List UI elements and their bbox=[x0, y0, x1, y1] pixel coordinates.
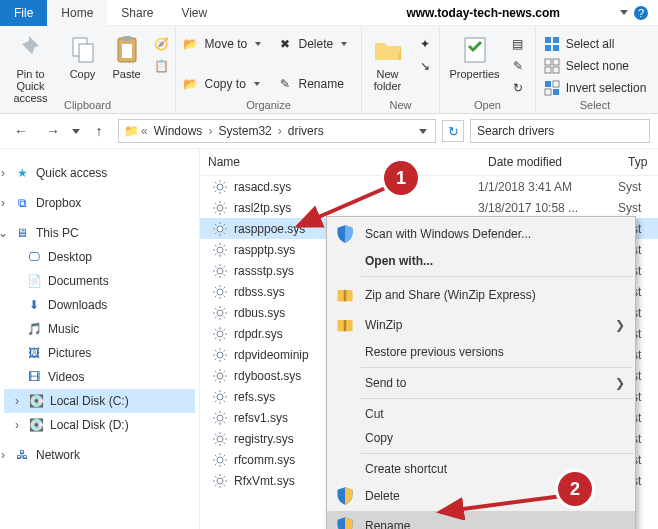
file-date: 1/1/2018 3:41 AM bbox=[478, 180, 618, 194]
svg-rect-7 bbox=[553, 37, 559, 43]
sidebar-item-dropbox[interactable]: ›⧉Dropbox bbox=[4, 191, 195, 215]
submenu-arrow-icon: ❯ bbox=[615, 318, 625, 332]
forward-button[interactable]: → bbox=[40, 118, 66, 144]
sidebar-item-videos[interactable]: 🎞Videos bbox=[4, 365, 195, 389]
history-dropdown-icon[interactable] bbox=[72, 129, 80, 134]
search-input[interactable]: Search drivers bbox=[470, 119, 650, 143]
paste-label: Paste bbox=[112, 68, 140, 80]
new-item-button[interactable]: ✦ bbox=[413, 34, 437, 54]
properties-label: Properties bbox=[449, 68, 499, 80]
sidebar-item-local-disk-c[interactable]: ›💽Local Disk (C:) bbox=[4, 389, 195, 413]
zip-icon bbox=[335, 315, 355, 335]
sidebar-item-downloads[interactable]: ⬇Downloads bbox=[4, 293, 195, 317]
svg-point-20 bbox=[217, 226, 223, 232]
sysfile-icon bbox=[212, 431, 228, 447]
file-row[interactable]: rasl2tp.sys3/18/2017 10:58 ...Syst bbox=[200, 197, 658, 218]
pin-to-quick-access-button[interactable]: Pin to Quick access bbox=[2, 32, 60, 106]
crumb-dropdown-icon[interactable] bbox=[419, 129, 427, 134]
paste-shortcut-button[interactable]: 📋 bbox=[150, 56, 174, 76]
tab-home[interactable]: Home bbox=[47, 0, 107, 26]
open-button[interactable]: ▤ bbox=[506, 34, 530, 54]
sysfile-icon bbox=[212, 410, 228, 426]
sysfile-icon bbox=[212, 473, 228, 489]
context-item-label: WinZip bbox=[365, 318, 402, 332]
copy-to-button[interactable]: 📂Copy to bbox=[179, 74, 271, 94]
context-menu-item[interactable]: Create shortcut bbox=[327, 457, 635, 481]
sidebar-item-local-disk-d[interactable]: ›💽Local Disk (D:) bbox=[4, 413, 195, 437]
context-menu-item[interactable]: Open with... bbox=[327, 249, 635, 273]
context-menu-item[interactable]: Cut bbox=[327, 402, 635, 426]
history-button[interactable]: ↻ bbox=[506, 78, 530, 98]
up-button[interactable]: ↑ bbox=[86, 118, 112, 144]
tab-file[interactable]: File bbox=[0, 0, 47, 26]
move-to-button[interactable]: 📂Move to bbox=[179, 34, 271, 54]
context-menu-item[interactable]: WinZip❯ bbox=[327, 310, 635, 340]
sidebar-item-quick-access[interactable]: ›★Quick access bbox=[4, 161, 195, 185]
context-item-label: Cut bbox=[365, 407, 384, 421]
column-date[interactable]: Date modified bbox=[480, 149, 620, 175]
context-item-label: Restore previous versions bbox=[365, 345, 504, 359]
sidebar-item-documents[interactable]: 📄Documents bbox=[4, 269, 195, 293]
selectnone-icon bbox=[544, 58, 560, 74]
file-type: Syst bbox=[618, 201, 641, 215]
sidebar-item-network[interactable]: ›🖧Network bbox=[4, 443, 195, 467]
zip-icon bbox=[335, 285, 355, 305]
sidebar-item-music[interactable]: 🎵Music bbox=[4, 317, 195, 341]
column-type[interactable]: Typ bbox=[620, 149, 655, 175]
properties-button[interactable]: Properties bbox=[446, 32, 504, 82]
file-type: Syst bbox=[618, 180, 641, 194]
context-item-label: Open with... bbox=[365, 254, 433, 268]
paste-button[interactable]: Paste bbox=[106, 32, 148, 82]
tab-view[interactable]: View bbox=[167, 0, 221, 26]
context-menu-item[interactable]: Send to❯ bbox=[327, 371, 635, 395]
copy-button[interactable]: Copy bbox=[62, 32, 104, 82]
new-folder-button[interactable]: New folder bbox=[365, 32, 411, 94]
ribbon-minimize-icon[interactable] bbox=[620, 10, 628, 15]
svg-point-19 bbox=[217, 205, 223, 211]
svg-point-26 bbox=[217, 352, 223, 358]
easyaccess-icon: ↘ bbox=[417, 58, 433, 74]
watermark-text: www.today-tech-news.com bbox=[406, 6, 560, 20]
sysfile-icon bbox=[212, 179, 228, 195]
tab-share[interactable]: Share bbox=[107, 0, 167, 26]
rename-ribbon-button[interactable]: ✎Rename bbox=[273, 74, 359, 94]
context-menu-item[interactable]: Copy bbox=[327, 426, 635, 450]
crumb-drivers[interactable]: drivers bbox=[284, 124, 328, 138]
context-menu-item[interactable]: Restore previous versions bbox=[327, 340, 635, 364]
back-button[interactable]: ← bbox=[8, 118, 34, 144]
newfolder-label: New folder bbox=[367, 68, 409, 92]
svg-point-27 bbox=[217, 373, 223, 379]
column-headers[interactable]: Name Date modified Typ bbox=[200, 149, 658, 176]
select-all-button[interactable]: Select all bbox=[540, 34, 651, 54]
file-row[interactable]: rasacd.sys1/1/2018 3:41 AMSyst bbox=[200, 176, 658, 197]
edit-button[interactable]: ✎ bbox=[506, 56, 530, 76]
svg-rect-14 bbox=[545, 81, 551, 87]
sysfile-icon bbox=[212, 200, 228, 216]
link-icon: 🧭 bbox=[154, 36, 170, 52]
svg-rect-15 bbox=[553, 89, 559, 95]
selectnone-label: Select none bbox=[566, 59, 629, 73]
column-name[interactable]: Name bbox=[200, 149, 480, 175]
breadcrumb[interactable]: 📁 « Windows› System32› drivers bbox=[118, 119, 436, 143]
crumb-system32[interactable]: System32 bbox=[214, 124, 275, 138]
refresh-button[interactable]: ↻ bbox=[442, 120, 464, 142]
sysfile-icon bbox=[212, 347, 228, 363]
crumb-windows[interactable]: Windows bbox=[150, 124, 207, 138]
sidebar-item-this-pc[interactable]: ⌄🖥This PC bbox=[4, 221, 195, 245]
help-icon[interactable]: ? bbox=[634, 6, 648, 20]
sidebar-item-desktop[interactable]: 🖵Desktop bbox=[4, 245, 195, 269]
delete-button[interactable]: ✖Delete bbox=[273, 34, 359, 54]
easy-access-button[interactable]: ↘ bbox=[413, 56, 437, 76]
copy-path-button[interactable]: 🧭 bbox=[150, 34, 174, 54]
sysfile-icon bbox=[212, 389, 228, 405]
select-none-button[interactable]: Select none bbox=[540, 56, 651, 76]
sidebar-item-pictures[interactable]: 🖼Pictures bbox=[4, 341, 195, 365]
context-item-label: Create shortcut bbox=[365, 462, 447, 476]
submenu-arrow-icon: ❯ bbox=[615, 376, 625, 390]
moveto-label: Move to bbox=[205, 37, 248, 51]
svg-line-37 bbox=[298, 186, 390, 226]
invert-selection-button[interactable]: Invert selection bbox=[540, 78, 651, 98]
svg-rect-4 bbox=[122, 44, 132, 58]
context-menu-item[interactable]: Zip and Share (WinZip Express) bbox=[327, 280, 635, 310]
svg-rect-9 bbox=[553, 45, 559, 51]
